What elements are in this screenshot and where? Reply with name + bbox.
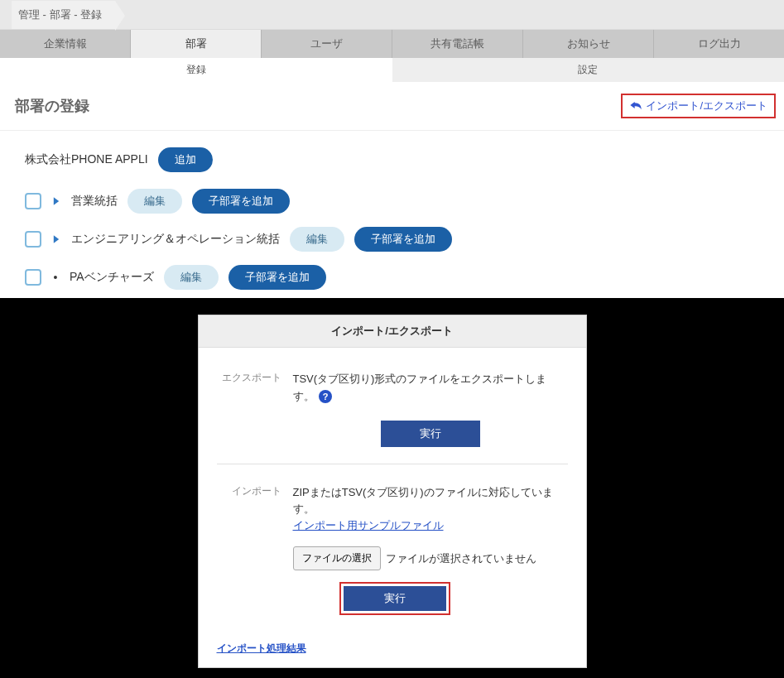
export-execute-button[interactable]: 実行 — [381, 421, 480, 447]
sub-tabs: 登録 設定 — [0, 58, 784, 82]
department-row: • PAベンチャーズ 編集 子部署を追加 — [25, 265, 784, 290]
tab-user[interactable]: ユーザ — [262, 30, 392, 58]
reply-arrow-icon — [629, 99, 642, 113]
chevron-right-icon[interactable] — [51, 196, 61, 206]
import-execute-button[interactable]: 実行 — [339, 582, 450, 615]
export-label: エクスポート — [217, 371, 281, 447]
tab-company-info[interactable]: 企業情報 — [0, 30, 131, 58]
department-row: エンジニアリング＆オペレーション統括 編集 子部署を追加 — [25, 227, 784, 252]
import-section: インポート ZIPまたはTSV(タブ区切り)のファイルに対応しています。 インポ… — [217, 464, 568, 632]
tab-log-output[interactable]: ログ出力 — [654, 30, 784, 58]
bullet-icon: • — [51, 271, 60, 284]
file-select-status: ファイルが選択されていません — [386, 551, 536, 566]
main-tabs: 企業情報 部署 ユーザ 共有電話帳 お知らせ ログ出力 — [0, 30, 784, 58]
export-section: エクスポート TSV(タブ区切り)形式のファイルをエクスポートします。 ? 実行 — [217, 371, 568, 464]
import-description: ZIPまたはTSV(タブ区切り)のファイルに対応しています。 — [293, 484, 568, 519]
company-row: 株式会社PHONE APPLI 追加 — [25, 147, 784, 172]
breadcrumb: 管理 - 部署 - 登録 — [12, 1, 115, 29]
help-icon[interactable]: ? — [319, 390, 332, 403]
company-add-button[interactable]: 追加 — [158, 147, 213, 172]
department-row: 営業統括 編集 子部署を追加 — [25, 189, 784, 214]
import-export-link-label: インポート/エクスポート — [646, 99, 767, 113]
tab-shared-phonebook[interactable]: 共有電話帳 — [392, 30, 523, 58]
import-sample-file-link[interactable]: インポート用サンプルファイル — [293, 519, 444, 531]
import-export-modal: インポート/エクスポート エクスポート TSV(タブ区切り)形式のファイルをエク… — [198, 315, 587, 668]
import-export-link[interactable]: インポート/エクスポート — [621, 94, 776, 118]
page-title: 部署の登録 — [15, 96, 89, 116]
breadcrumb-bar: 管理 - 部署 - 登録 — [0, 0, 784, 30]
import-result-link[interactable]: インポート処理結果 — [199, 642, 586, 667]
department-add-child-button[interactable]: 子部署を追加 — [354, 227, 452, 252]
chevron-right-icon[interactable] — [51, 234, 61, 244]
tab-notices[interactable]: お知らせ — [523, 30, 654, 58]
department-name: PAベンチャーズ — [70, 270, 154, 285]
import-execute-button-label: 実行 — [344, 586, 446, 611]
department-checkbox[interactable] — [25, 193, 41, 209]
subtab-register[interactable]: 登録 — [0, 58, 392, 82]
department-add-child-button[interactable]: 子部署を追加 — [228, 265, 326, 290]
department-edit-button[interactable]: 編集 — [164, 265, 219, 290]
company-name: 株式会社PHONE APPLI — [25, 152, 148, 167]
department-add-child-button[interactable]: 子部署を追加 — [192, 189, 290, 214]
department-checkbox[interactable] — [25, 269, 41, 286]
subtab-settings[interactable]: 設定 — [392, 58, 785, 82]
department-checkbox[interactable] — [25, 231, 41, 248]
modal-title: インポート/エクスポート — [199, 315, 586, 348]
import-label: インポート — [217, 484, 281, 616]
department-edit-button[interactable]: 編集 — [290, 227, 344, 252]
department-name: エンジニアリング＆オペレーション統括 — [71, 232, 280, 247]
department-edit-button[interactable]: 編集 — [127, 189, 182, 214]
file-select-button[interactable]: ファイルの選択 — [293, 546, 381, 570]
tab-department[interactable]: 部署 — [131, 30, 262, 58]
department-name: 営業統括 — [71, 194, 118, 209]
